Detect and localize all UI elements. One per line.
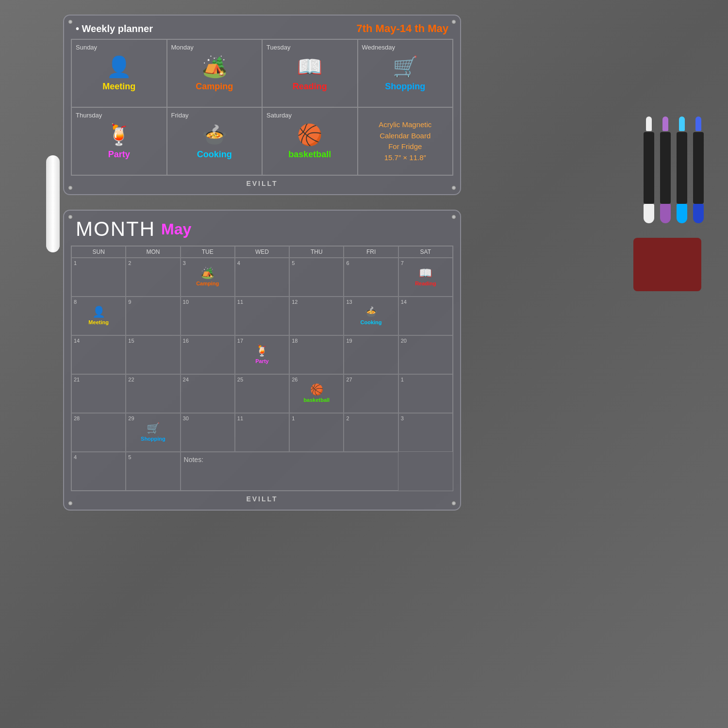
marker-purple <box>660 116 671 223</box>
notes-cell: Notes: <box>181 452 398 491</box>
shopping-icon-weekly: 🛒 <box>393 55 418 79</box>
cooking-icon-monthly: 🍲 <box>364 306 378 318</box>
party-text-weekly: Party <box>108 149 130 160</box>
shopping-text-monthly: Shopping <box>141 436 165 442</box>
cell-20: 19 <box>344 335 398 374</box>
weekly-dates: 7th May-14 th May <box>357 22 449 35</box>
weekly-cell-wednesday: Wednesday 🛒 Shopping <box>358 39 453 107</box>
info-cell: Acrylic MagneticCalendar BoardFor Fridge… <box>358 107 453 175</box>
day-label-monday: Monday <box>169 44 194 51</box>
cell-8: 8 👤 Meeting <box>71 297 126 335</box>
basketball-text-weekly: basketball <box>288 149 331 160</box>
day-label-tuesday: Tuesday <box>265 44 290 51</box>
cell-23: 22 <box>126 374 180 413</box>
screw-br <box>451 185 456 190</box>
header-mon: MON <box>126 246 180 258</box>
weekly-header: Weekly planner 7th May-14 th May <box>71 22 453 35</box>
weekly-cell-friday: Friday 🍲 Cooking <box>167 107 263 175</box>
weekly-title: Weekly planner <box>76 23 153 34</box>
cell-17: 16 <box>181 335 235 374</box>
cell-1: 1 <box>71 258 126 297</box>
weekly-cell-monday: Monday 🏕️ Camping <box>167 39 263 107</box>
monthly-brand: EVILLT <box>71 495 453 503</box>
cell-11: 11 <box>235 297 289 335</box>
header-thu: THU <box>289 246 344 258</box>
marker-lightblue <box>677 116 687 223</box>
shopping-icon-monthly: 🛒 <box>147 422 160 435</box>
header-sun: SUN <box>71 246 126 258</box>
cell-30: 29 🛒 Shopping <box>126 413 180 452</box>
header-sat: SAT <box>398 246 453 258</box>
eraser-cloth <box>633 238 701 291</box>
monthly-grid: SUN MON TUE WED THU FRI SAT 1 2 3 🏕️ Cam… <box>71 246 453 491</box>
header-tue: TUE <box>181 246 235 258</box>
cell-32: 11 <box>235 413 289 452</box>
boards-container: Weekly planner 7th May-14 th May Sunday … <box>63 15 461 520</box>
day-label-wednesday: Wednesday <box>360 44 395 51</box>
cell-33: 1 <box>289 413 344 452</box>
cell-7: 7 📖 Reading <box>398 258 453 297</box>
monthly-screw-br <box>451 501 456 506</box>
cell-27: 27 <box>344 374 398 413</box>
cell-16: 15 <box>126 335 180 374</box>
cooking-icon-weekly: 🍲 <box>202 123 227 147</box>
cell-25: 25 <box>235 374 289 413</box>
cell-26: 26 🏀 basketball <box>289 374 344 413</box>
cell-19: 18 <box>289 335 344 374</box>
meeting-icon: 👤 <box>106 55 132 79</box>
cooking-text-weekly: Cooking <box>197 149 232 160</box>
marker-white <box>644 116 654 223</box>
weekly-brand: EVILLT <box>71 180 453 187</box>
basketball-icon-monthly: 🏀 <box>310 383 323 396</box>
cell-14: 14 <box>398 297 453 335</box>
cell-28: 1 <box>398 374 453 413</box>
camping-text-monthly: Camping <box>196 281 219 286</box>
cell-13: 13 🍲 Cooking <box>344 297 398 335</box>
monthly-board: MONTH May SUN MON TUE WED THU FRI SAT 1 … <box>63 210 461 511</box>
day-label-sunday: Sunday <box>74 44 97 51</box>
cooking-text-monthly: Cooking <box>361 319 382 325</box>
info-text: Acrylic MagneticCalendar BoardFor Fridge… <box>379 119 431 163</box>
cell-4: 4 <box>235 258 289 297</box>
header-fri: FRI <box>344 246 398 258</box>
cell-34: 2 <box>344 413 398 452</box>
monthly-screw-tr <box>451 215 456 219</box>
markers-container <box>644 116 704 223</box>
cell-5: 5 <box>289 258 344 297</box>
party-icon-weekly: 🍹 <box>106 123 132 147</box>
party-text-monthly: Party <box>255 358 269 364</box>
shopping-text-weekly: Shopping <box>385 82 425 92</box>
reading-text-weekly: Reading <box>293 82 327 92</box>
white-roll <box>46 155 60 252</box>
cell-31: 30 <box>181 413 235 452</box>
meeting-text: Meeting <box>102 82 135 92</box>
cell-18: 17 🍹 Party <box>235 335 289 374</box>
cell-6: 6 <box>344 258 398 297</box>
marker-darkblue <box>693 116 704 223</box>
main-container: Weekly planner 7th May-14 th May Sunday … <box>0 0 728 728</box>
cell-2: 2 <box>126 258 180 297</box>
cell-21: 20 <box>398 335 453 374</box>
cell-12: 12 <box>289 297 344 335</box>
cell-36: 4 <box>71 452 126 491</box>
screw-tl <box>68 19 73 24</box>
meeting-text-monthly: Meeting <box>88 319 109 325</box>
party-icon-monthly: 🍹 <box>255 345 268 357</box>
month-title: MONTH <box>76 217 155 241</box>
camping-icon: 🏕️ <box>202 55 227 79</box>
day-label-friday: Friday <box>169 112 189 119</box>
weekly-cell-sunday: Sunday 👤 Meeting <box>71 39 167 107</box>
day-label-thursday: Thursday <box>74 112 102 119</box>
screw-tr <box>451 19 456 24</box>
month-name: May <box>161 220 191 238</box>
cell-22: 21 <box>71 374 126 413</box>
cell-24: 24 <box>181 374 235 413</box>
header-wed: WED <box>235 246 289 258</box>
monthly-header: MONTH May <box>71 217 453 241</box>
cell-15: 14 <box>71 335 126 374</box>
reading-icon-weekly: 📖 <box>297 55 322 79</box>
meeting-icon-monthly: 👤 <box>92 306 105 318</box>
screw-bl <box>68 185 73 190</box>
reading-text-monthly: Reading <box>415 281 436 286</box>
camping-icon-monthly: 🏕️ <box>201 267 214 280</box>
